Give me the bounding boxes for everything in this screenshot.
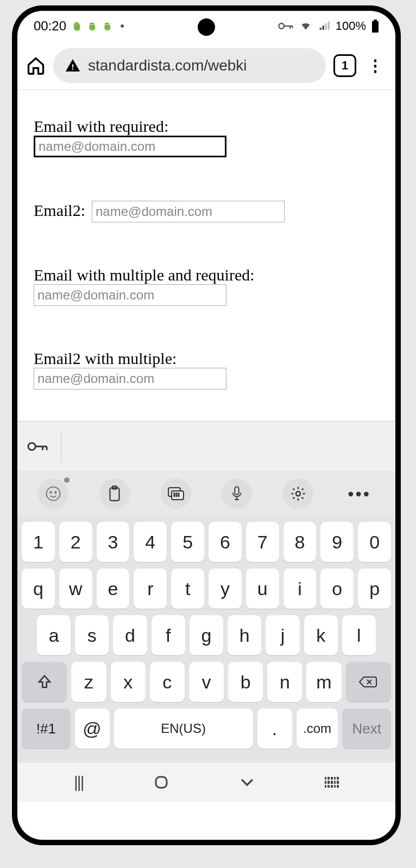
email2-multiple-input[interactable] xyxy=(34,368,226,390)
svg-point-23 xyxy=(176,495,177,496)
android-icon xyxy=(87,21,97,31)
mic-icon[interactable] xyxy=(222,478,252,509)
svg-point-22 xyxy=(174,495,175,496)
emoji-icon[interactable] xyxy=(38,478,68,509)
svg-rect-15 xyxy=(110,488,119,501)
period-key[interactable]: . xyxy=(257,709,292,749)
key-7[interactable]: 7 xyxy=(246,522,279,562)
key-i[interactable]: i xyxy=(283,569,317,609)
key-o[interactable]: o xyxy=(320,569,354,609)
dotcom-key[interactable]: .com xyxy=(297,709,338,749)
next-key[interactable]: Next xyxy=(342,709,391,749)
shift-key[interactable] xyxy=(22,662,67,702)
clipboard-icon[interactable] xyxy=(99,478,130,509)
key-u[interactable]: u xyxy=(246,569,279,609)
more-icon[interactable]: ••• xyxy=(344,478,375,509)
svg-point-0 xyxy=(75,23,75,23)
url-bar[interactable]: standardista.com/webki xyxy=(53,48,326,83)
keyboard-row-numbers: 1 2 3 4 5 6 7 8 9 0 xyxy=(22,522,391,562)
key-g[interactable]: g xyxy=(190,615,223,655)
key-a[interactable]: a xyxy=(37,615,71,655)
keyboard-options-icon[interactable] xyxy=(161,478,191,509)
recents-icon[interactable]: ||| xyxy=(74,773,83,792)
page-content[interactable]: Email with required: Email2: Email with … xyxy=(17,90,395,421)
form-field: Email with multiple and required: xyxy=(34,266,379,306)
form-field: Email with required: xyxy=(34,117,379,157)
keyboard-row-1: q w e r t y u i o p xyxy=(22,569,391,609)
key-c[interactable]: c xyxy=(150,662,185,702)
key-n[interactable]: n xyxy=(267,662,302,702)
svg-point-13 xyxy=(51,492,52,493)
android-icon xyxy=(72,21,81,31)
svg-point-26 xyxy=(296,492,300,496)
home-icon[interactable] xyxy=(26,56,46,75)
password-key-icon[interactable] xyxy=(27,440,48,453)
keyboard-toolbar: ••• xyxy=(17,471,395,516)
space-lang-key[interactable]: EN(US) xyxy=(114,709,253,749)
key-t[interactable]: t xyxy=(171,569,204,609)
key-b[interactable]: b xyxy=(228,662,263,702)
vpn-key-icon xyxy=(278,21,293,31)
email-multiple-required-input[interactable] xyxy=(34,284,226,306)
key-4[interactable]: 4 xyxy=(134,522,167,562)
key-f[interactable]: f xyxy=(152,615,185,655)
key-6[interactable]: 6 xyxy=(209,522,242,562)
tabs-count: 1 xyxy=(342,59,348,73)
key-s[interactable]: s xyxy=(75,615,109,655)
keyboard-switcher-icon[interactable] xyxy=(325,777,339,788)
backspace-key[interactable] xyxy=(346,662,391,702)
svg-point-6 xyxy=(279,23,284,29)
svg-point-24 xyxy=(178,495,179,496)
key-9[interactable]: 9 xyxy=(320,522,354,562)
key-x[interactable]: x xyxy=(111,662,146,702)
key-3[interactable]: 3 xyxy=(97,522,130,562)
divider xyxy=(61,430,61,463)
key-d[interactable]: d xyxy=(113,615,147,655)
key-j[interactable]: j xyxy=(266,615,299,655)
symbols-key[interactable]: !#1 xyxy=(22,709,71,749)
key-1[interactable]: 1 xyxy=(22,522,55,562)
key-w[interactable]: w xyxy=(59,569,92,609)
svg-rect-27 xyxy=(156,777,167,788)
key-z[interactable]: z xyxy=(71,662,106,702)
key-e[interactable]: e xyxy=(97,569,130,609)
menu-icon[interactable]: ⋮ xyxy=(364,56,387,75)
field-label: Email2 with multiple: xyxy=(34,349,177,367)
email-required-input[interactable] xyxy=(34,136,226,157)
key-q[interactable]: q xyxy=(22,569,55,609)
key-8[interactable]: 8 xyxy=(283,522,317,562)
key-r[interactable]: r xyxy=(134,569,167,609)
key-h[interactable]: h xyxy=(228,615,261,655)
svg-point-11 xyxy=(28,443,35,450)
svg-point-20 xyxy=(176,493,177,494)
key-k[interactable]: k xyxy=(304,615,338,655)
android-icon xyxy=(102,21,112,31)
settings-gear-icon[interactable] xyxy=(283,478,313,509)
home-nav-icon[interactable] xyxy=(153,774,169,790)
tabs-button[interactable]: 1 xyxy=(333,54,356,77)
phone-frame: 00:20 xyxy=(12,5,401,845)
form-field: Email2: xyxy=(34,201,379,222)
svg-rect-8 xyxy=(372,21,379,33)
svg-point-2 xyxy=(90,23,91,23)
key-v[interactable]: v xyxy=(189,662,224,702)
at-key[interactable]: @ xyxy=(75,709,110,749)
key-0[interactable]: 0 xyxy=(358,522,391,562)
svg-point-21 xyxy=(178,493,179,494)
key-5[interactable]: 5 xyxy=(171,522,204,562)
svg-point-4 xyxy=(105,23,106,23)
key-2[interactable]: 2 xyxy=(59,522,92,562)
camera-notch xyxy=(198,18,215,36)
email2-input[interactable] xyxy=(92,201,285,222)
keyboard-row-bottom: !#1 @ EN(US) . .com Next xyxy=(22,709,391,749)
key-p[interactable]: p xyxy=(358,569,391,609)
key-m[interactable]: m xyxy=(306,662,341,702)
field-label: Email with multiple and required: xyxy=(34,266,255,284)
key-l[interactable]: l xyxy=(342,615,376,655)
back-icon[interactable] xyxy=(239,777,255,788)
key-y[interactable]: y xyxy=(209,569,242,609)
svg-point-5 xyxy=(108,23,109,23)
autofill-suggestion-bar xyxy=(17,421,395,471)
field-label: Email2: xyxy=(34,201,85,220)
svg-point-19 xyxy=(174,493,175,494)
